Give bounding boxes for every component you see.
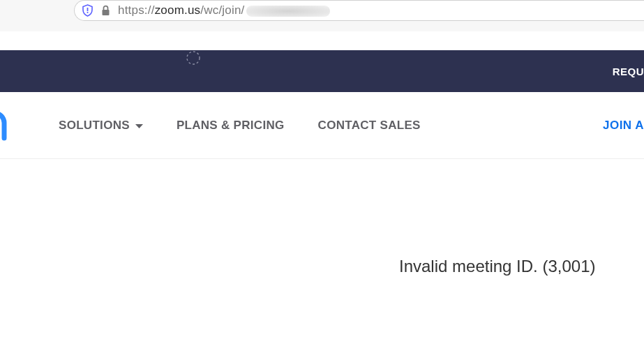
- nav-plans-label: PLANS & PRICING: [177, 119, 285, 133]
- loading-spinner-icon: [186, 50, 201, 68]
- shield-icon: [82, 4, 93, 17]
- top-banner: REQU: [0, 50, 644, 92]
- nav-contact-sales[interactable]: CONTACT SALES: [318, 119, 421, 133]
- site-nav: SOLUTIONS PLANS & PRICING CONTACT SALES …: [0, 92, 644, 159]
- nav-join-meeting[interactable]: JOIN A: [603, 92, 644, 158]
- error-message: Invalid meeting ID. (3,001): [399, 257, 595, 276]
- svg-rect-2: [103, 10, 110, 15]
- lock-icon: [100, 5, 111, 17]
- chevron-down-icon: [135, 119, 143, 133]
- top-banner-right-label[interactable]: REQU: [613, 66, 644, 77]
- browser-chrome: https://zoom.us/wc/join/: [0, 0, 644, 31]
- svg-rect-0: [87, 8, 89, 11]
- nav-solutions[interactable]: SOLUTIONS: [59, 119, 143, 133]
- address-url: https://zoom.us/wc/join/: [118, 3, 330, 17]
- svg-rect-1: [87, 12, 89, 13]
- nav-solutions-label: SOLUTIONS: [59, 119, 130, 133]
- zoom-logo-fragment[interactable]: [0, 107, 14, 144]
- address-bar[interactable]: https://zoom.us/wc/join/: [74, 0, 644, 21]
- page-content: Invalid meeting ID. (3,001): [0, 159, 644, 362]
- nav-join-label: JOIN A: [603, 119, 644, 133]
- nav-plans-pricing[interactable]: PLANS & PRICING: [177, 119, 285, 133]
- redacted-segment: [246, 6, 330, 17]
- svg-point-3: [187, 52, 200, 64]
- nav-contact-label: CONTACT SALES: [318, 119, 421, 133]
